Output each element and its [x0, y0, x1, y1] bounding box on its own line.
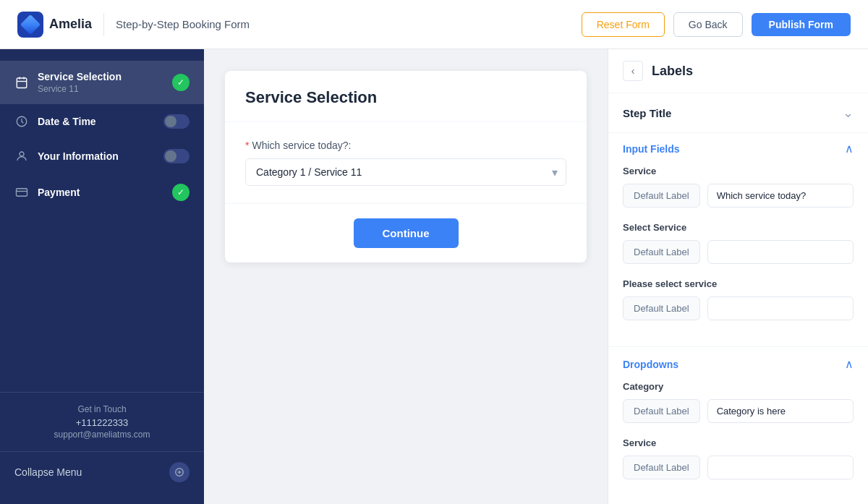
logo: Amelia [17, 12, 92, 38]
field-group-service: Service Default Label [623, 166, 854, 208]
panel-title: Labels [652, 64, 693, 79]
collapse-menu-icon [169, 462, 190, 482]
header-left: Amelia Step-by-Step Booking Form [17, 12, 250, 38]
sidebar-footer-email: support@ameliatms.com [14, 430, 190, 440]
sidebar-item-service-selection-sub: Service 11 [38, 84, 163, 94]
continue-button[interactable]: Continue [354, 218, 459, 248]
app-header: Amelia Step-by-Step Booking Form Reset F… [0, 0, 868, 49]
dropdowns-chevron-icon: ∧ [845, 357, 854, 371]
input-fields-label: Input Fields [623, 143, 680, 155]
main-layout: Service Selection Service 11 ✓ Date & Ti… [0, 49, 868, 504]
logo-icon [17, 12, 43, 38]
field-group-category-label: Category [623, 381, 854, 392]
required-indicator: * [245, 140, 249, 151]
step-title-section: Step Title ⌄ [608, 93, 868, 133]
field-row-service-dropdown: Default Label [623, 456, 854, 479]
field-group-select-service-label: Select Service [623, 222, 854, 233]
field-category-input[interactable] [707, 399, 854, 423]
header-subtitle: Step-by-Step Booking Form [116, 18, 250, 30]
sidebar-footer: Get in Touch +111222333 support@ameliatm… [0, 392, 204, 451]
field-row-please-select-service: Default Label [623, 296, 854, 320]
step-title-chevron-icon: ⌄ [843, 105, 854, 121]
input-fields-chevron-icon: ∧ [845, 142, 854, 155]
field-select-service-default-label: Default Label [623, 240, 700, 264]
logo-text: Amelia [49, 17, 92, 32]
sidebar: Service Selection Service 11 ✓ Date & Ti… [0, 49, 204, 504]
field-group-service-label: Service [623, 166, 854, 176]
service-select[interactable]: Category 1 / Service 11Category 2 / Serv… [245, 158, 566, 186]
center-content: Service Selection * Which service today?… [204, 49, 608, 504]
field-group-please-select-service: Please select service Default Label [623, 278, 854, 320]
panel-collapse-button[interactable]: ‹ [623, 61, 643, 81]
svg-rect-0 [17, 78, 27, 88]
logo-diamond-shape [20, 14, 41, 34]
form-field-label-text: Which service today?: [252, 140, 351, 151]
sidebar-footer-contact-label: Get in Touch [14, 404, 190, 414]
publish-form-button[interactable]: Publish Form [752, 13, 851, 36]
field-group-select-service: Select Service Default Label [623, 222, 854, 264]
form-card-body: * Which service today?: Category 1 / Ser… [225, 122, 587, 203]
clock-icon [14, 114, 29, 129]
sidebar-item-date-time-text: Date & Time [38, 116, 155, 127]
field-row-select-service: Default Label [623, 240, 854, 264]
field-service-dropdown-input[interactable] [707, 456, 854, 479]
step-title-label: Step Title [623, 107, 671, 119]
sidebar-item-your-information-text: Your Information [38, 150, 155, 162]
field-service-dropdown-default-label: Default Label [623, 456, 700, 479]
credit-card-icon [14, 185, 29, 200]
sidebar-item-your-information[interactable]: Your Information [0, 139, 204, 174]
form-field-label: * Which service today?: [245, 140, 566, 151]
field-group-service-dropdown: Service Default Label [623, 437, 854, 479]
sidebar-item-date-time-title: Date & Time [38, 116, 155, 127]
calendar-icon [14, 75, 29, 90]
field-service-default-label: Default Label [623, 184, 700, 208]
sidebar-item-your-information-toggle[interactable] [163, 149, 190, 163]
step-title-row[interactable]: Step Title ⌄ [623, 105, 854, 121]
sidebar-item-service-selection-badge: ✓ [172, 74, 190, 91]
field-group-service-dropdown-label: Service [623, 437, 854, 448]
sidebar-item-date-time-toggle[interactable] [163, 114, 190, 129]
form-card-footer: Continue [225, 203, 587, 262]
svg-rect-6 [17, 189, 27, 197]
form-card-title: Service Selection [245, 88, 566, 107]
field-category-default-label: Default Label [623, 399, 700, 423]
form-card: Service Selection * Which service today?… [225, 71, 587, 262]
field-please-select-service-default-label: Default Label [623, 296, 700, 320]
collapse-menu-label: Collapse Menu [14, 466, 82, 478]
go-back-button[interactable]: Go Back [673, 12, 743, 37]
sidebar-item-payment-text: Payment [38, 187, 163, 198]
collapse-menu-button[interactable]: Collapse Menu [0, 451, 204, 492]
header-divider [103, 13, 104, 36]
sidebar-item-service-selection-title: Service Selection [38, 71, 163, 82]
reset-form-button[interactable]: Reset Form [582, 12, 665, 37]
sidebar-item-payment-badge: ✓ [172, 184, 190, 201]
field-group-please-select-service-label: Please select service [623, 278, 854, 289]
field-group-category: Category Default Label [623, 381, 854, 423]
field-row-category: Default Label [623, 399, 854, 423]
svg-point-5 [20, 152, 24, 156]
field-row-service: Default Label [623, 184, 854, 208]
sidebar-spacer [0, 211, 204, 392]
sidebar-item-payment-title: Payment [38, 187, 163, 198]
dropdowns-content: Category Default Label Service Default L… [608, 381, 868, 504]
sidebar-item-service-selection-text: Service Selection Service 11 [38, 71, 163, 94]
field-please-select-service-input[interactable] [707, 296, 854, 320]
dropdowns-section-header[interactable]: Dropdowns ∧ [608, 346, 868, 381]
input-fields-header[interactable]: Input Fields ∧ [623, 133, 854, 166]
field-select-service-input[interactable] [707, 240, 854, 264]
user-icon [14, 149, 29, 163]
service-select-wrapper: Category 1 / Service 11Category 2 / Serv… [245, 158, 566, 186]
input-fields-subsection: Input Fields ∧ Service Default Label Sel… [608, 133, 868, 346]
sidebar-item-your-information-title: Your Information [38, 150, 155, 162]
right-panel-header: ‹ Labels [608, 49, 868, 93]
field-service-input[interactable] [707, 184, 854, 208]
sidebar-item-date-time[interactable]: Date & Time [0, 104, 204, 139]
sidebar-item-payment[interactable]: Payment ✓ [0, 174, 204, 211]
dropdowns-label: Dropdowns [623, 359, 678, 370]
header-actions: Reset Form Go Back Publish Form [582, 12, 851, 37]
sidebar-item-service-selection[interactable]: Service Selection Service 11 ✓ [0, 61, 204, 104]
form-card-header: Service Selection [225, 71, 587, 122]
right-panel: ‹ Labels Step Title ⌄ Input Fields ∧ Ser… [608, 49, 868, 504]
sidebar-footer-phone: +111222333 [14, 417, 190, 428]
